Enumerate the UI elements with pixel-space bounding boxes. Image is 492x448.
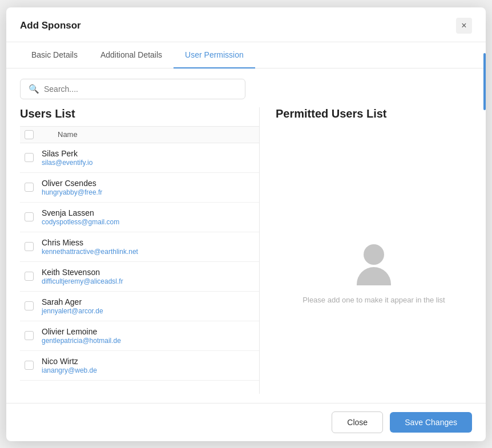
modal-footer: Close Save Changes bbox=[6, 403, 486, 441]
permitted-empty-state: Please add one to make it appear in the … bbox=[276, 120, 472, 394]
save-changes-button[interactable]: Save Changes bbox=[390, 412, 472, 433]
tab-additional-details[interactable]: Additional Details bbox=[89, 42, 174, 68]
user-email: gentlepatricia@hotmail.de bbox=[42, 337, 121, 345]
user-info: Silas Perk silas@eventify.io bbox=[42, 149, 92, 167]
user-email: ianangry@web.de bbox=[42, 366, 97, 374]
select-all-checkbox[interactable] bbox=[25, 130, 34, 139]
empty-state-text: Please add one to make it appear in the … bbox=[303, 296, 445, 304]
avatar-icon bbox=[357, 244, 391, 285]
user-name: Chris Miess bbox=[42, 238, 138, 247]
users-list: Silas Perk silas@eventify.io Oliver Csen… bbox=[20, 143, 259, 381]
permitted-users-panel: Permitted Users List Please add one to m… bbox=[260, 107, 472, 394]
user-email: difficultjeremy@aliceadsl.fr bbox=[42, 277, 123, 285]
modal-header: Add Sponsor × bbox=[6, 7, 486, 42]
modal-overlay: Add Sponsor × Basic Details Additional D… bbox=[0, 0, 492, 448]
user-checkbox[interactable] bbox=[25, 212, 34, 221]
search-icon: 🔍 bbox=[29, 84, 39, 94]
user-checkbox[interactable] bbox=[25, 361, 34, 370]
users-table-header: Name bbox=[20, 126, 259, 143]
table-row[interactable]: Chris Miess kennethattractive@earthlink.… bbox=[20, 232, 259, 262]
modal-close-button[interactable]: × bbox=[456, 18, 472, 34]
modal-body: 🔍 Users List Name bbox=[6, 68, 486, 403]
tab-user-permission[interactable]: User Permission bbox=[174, 42, 255, 68]
user-checkbox[interactable] bbox=[25, 272, 34, 281]
user-name: Sarah Ager bbox=[42, 297, 103, 306]
table-row[interactable]: Oliver Csendes hungryabby@free.fr bbox=[20, 173, 259, 203]
user-name: Silas Perk bbox=[42, 149, 92, 158]
user-info: Nico Wirtz ianangry@web.de bbox=[42, 357, 97, 374]
table-row[interactable]: Silas Perk silas@eventify.io bbox=[20, 143, 259, 173]
user-email: kennethattractive@earthlink.net bbox=[42, 248, 138, 256]
user-email: codyspotless@gmail.com bbox=[42, 218, 119, 226]
search-input[interactable] bbox=[44, 84, 237, 94]
user-name: Svenja Lassen bbox=[42, 208, 119, 217]
user-info: Svenja Lassen codyspotless@gmail.com bbox=[42, 208, 119, 226]
modal-title: Add Sponsor bbox=[20, 20, 81, 31]
user-info: Olivier Lemoine gentlepatricia@hotmail.d… bbox=[42, 327, 121, 345]
user-email: silas@eventify.io bbox=[42, 159, 92, 167]
table-row[interactable]: Svenja Lassen codyspotless@gmail.com bbox=[20, 203, 259, 232]
content-area: Users List Name Silas Perk silas@eventif… bbox=[20, 107, 472, 394]
table-row[interactable]: Keith Stevenson difficultjeremy@aliceads… bbox=[20, 262, 259, 292]
avatar-body bbox=[357, 267, 391, 285]
user-name: Keith Stevenson bbox=[42, 268, 123, 277]
avatar-head bbox=[364, 244, 384, 265]
table-row[interactable]: Nico Wirtz ianangry@web.de bbox=[20, 351, 259, 381]
user-name: Nico Wirtz bbox=[42, 357, 97, 366]
scrollbar[interactable] bbox=[483, 53, 486, 110]
user-name: Oliver Csendes bbox=[42, 179, 102, 188]
user-checkbox[interactable] bbox=[25, 301, 34, 310]
user-email: hungryabby@free.fr bbox=[42, 188, 102, 196]
table-row[interactable]: Sarah Ager jennyalert@arcor.de bbox=[20, 292, 259, 321]
search-bar: 🔍 bbox=[20, 79, 245, 99]
name-column-header: Name bbox=[58, 130, 78, 139]
user-email: jennyalert@arcor.de bbox=[42, 307, 103, 315]
user-name: Olivier Lemoine bbox=[42, 327, 121, 336]
user-info: Keith Stevenson difficultjeremy@aliceads… bbox=[42, 268, 123, 285]
user-checkbox[interactable] bbox=[25, 242, 34, 251]
user-checkbox[interactable] bbox=[25, 153, 34, 162]
user-checkbox[interactable] bbox=[25, 331, 34, 340]
user-checkbox[interactable] bbox=[25, 183, 34, 192]
user-info: Chris Miess kennethattractive@earthlink.… bbox=[42, 238, 138, 256]
users-list-panel: Users List Name Silas Perk silas@eventif… bbox=[20, 107, 260, 394]
add-sponsor-modal: Add Sponsor × Basic Details Additional D… bbox=[6, 7, 486, 441]
table-row[interactable]: Olivier Lemoine gentlepatricia@hotmail.d… bbox=[20, 321, 259, 351]
tabs-container: Basic Details Additional Details User Pe… bbox=[6, 42, 486, 68]
tab-basic-details[interactable]: Basic Details bbox=[20, 42, 89, 68]
close-button[interactable]: Close bbox=[332, 411, 383, 433]
user-info: Oliver Csendes hungryabby@free.fr bbox=[42, 179, 102, 196]
users-list-title: Users List bbox=[20, 107, 259, 120]
user-info: Sarah Ager jennyalert@arcor.de bbox=[42, 297, 103, 315]
permitted-users-title: Permitted Users List bbox=[276, 107, 472, 120]
